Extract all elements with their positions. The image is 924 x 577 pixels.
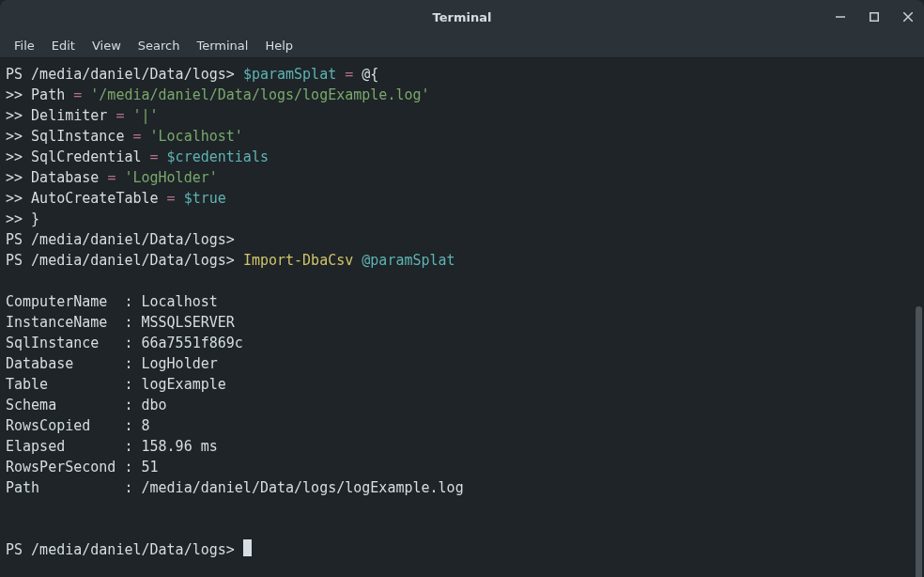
menu-terminal[interactable]: Terminal — [188, 36, 256, 55]
out-val: dbo — [142, 397, 167, 413]
out-val: MSSQLSERVER — [142, 314, 235, 331]
hash-key: SqlInstance — [23, 128, 132, 145]
out-key: ComputerName — [6, 293, 124, 310]
continuation: >> — [6, 190, 23, 207]
hashtable-open: @{ — [362, 66, 378, 83]
hash-key: Path — [23, 86, 73, 103]
window-title: Terminal — [433, 10, 492, 24]
continuation: >> — [6, 148, 23, 165]
out-key: Elapsed — [6, 438, 124, 455]
out-key: Path — [6, 479, 124, 496]
out-val: 66a7551f869c — [142, 335, 243, 351]
out-key: Table — [6, 376, 124, 393]
svg-rect-1 — [870, 13, 879, 22]
continuation: >> — [6, 107, 23, 124]
close-button[interactable] — [900, 8, 916, 25]
menu-view[interactable]: View — [84, 36, 130, 55]
maximize-button[interactable] — [866, 8, 883, 25]
titlebar: Terminal — [0, 0, 924, 34]
window-controls — [832, 8, 916, 25]
menu-help[interactable]: Help — [256, 36, 301, 55]
cursor — [243, 539, 252, 556]
menu-edit[interactable]: Edit — [43, 36, 84, 55]
continuation: >> — [6, 86, 23, 103]
hash-key: AutoCreateTable — [23, 190, 167, 207]
operator: = — [116, 107, 124, 124]
out-val: 8 — [142, 417, 150, 434]
hashtable-close: } — [31, 211, 39, 227]
continuation: >> — [6, 169, 23, 186]
menu-file[interactable]: File — [6, 36, 43, 55]
out-key: RowsCopied — [6, 417, 124, 434]
hash-key: SqlCredential — [23, 148, 149, 165]
hash-key: Delimiter — [23, 107, 116, 124]
terminal-output[interactable]: PS /media/daniel/Data/logs> $paramSplat … — [0, 58, 924, 577]
menubar: File Edit View Search Terminal Help — [0, 34, 924, 58]
terminal-window: Terminal File Edit View Search Terminal … — [0, 0, 924, 577]
prompt: PS /media/daniel/Data/logs> — [6, 231, 235, 248]
variable: $credentials — [167, 148, 269, 165]
out-key: Schema — [6, 397, 124, 413]
string: 'LogHolder' — [124, 169, 217, 186]
out-val: 158.96 ms — [142, 438, 218, 455]
prompt: PS /media/daniel/Data/logs> — [6, 252, 235, 269]
out-val: logExample — [142, 376, 226, 393]
close-icon — [903, 12, 913, 22]
variable: $true — [184, 190, 226, 207]
prompt: PS /media/daniel/Data/logs> — [6, 66, 235, 83]
operator: = — [73, 86, 82, 103]
out-val: /media/daniel/Data/logs/logExample.log — [142, 479, 464, 496]
operator: = — [345, 66, 353, 83]
out-val: 51 — [142, 459, 159, 476]
out-key: RowsPerSecond — [6, 459, 124, 476]
operator: = — [132, 128, 141, 145]
command: Import-DbaCsv — [243, 252, 353, 269]
out-key: InstanceName — [6, 314, 124, 331]
variable: $paramSplat — [243, 66, 336, 83]
string: '|' — [132, 107, 158, 124]
string: '/media/daniel/Data/logs/logExample.log' — [90, 86, 429, 103]
minimize-button[interactable] — [832, 8, 849, 25]
out-val: Localhost — [142, 293, 218, 310]
splat-arg: @paramSplat — [362, 252, 454, 269]
minimize-icon — [836, 12, 845, 22]
operator: = — [150, 148, 159, 165]
operator: = — [107, 169, 116, 186]
maximize-icon — [870, 12, 879, 22]
hash-key: Database — [23, 169, 107, 186]
scrollbar[interactable] — [916, 306, 922, 577]
continuation: >> — [6, 128, 23, 145]
string: 'Localhost' — [150, 128, 243, 145]
out-key: Database — [6, 355, 124, 372]
continuation: >> — [6, 211, 23, 227]
out-val: LogHolder — [142, 355, 218, 372]
menu-search[interactable]: Search — [130, 36, 189, 55]
operator: = — [167, 190, 176, 207]
prompt: PS /media/daniel/Data/logs> — [6, 541, 235, 558]
out-key: SqlInstance — [6, 335, 124, 351]
